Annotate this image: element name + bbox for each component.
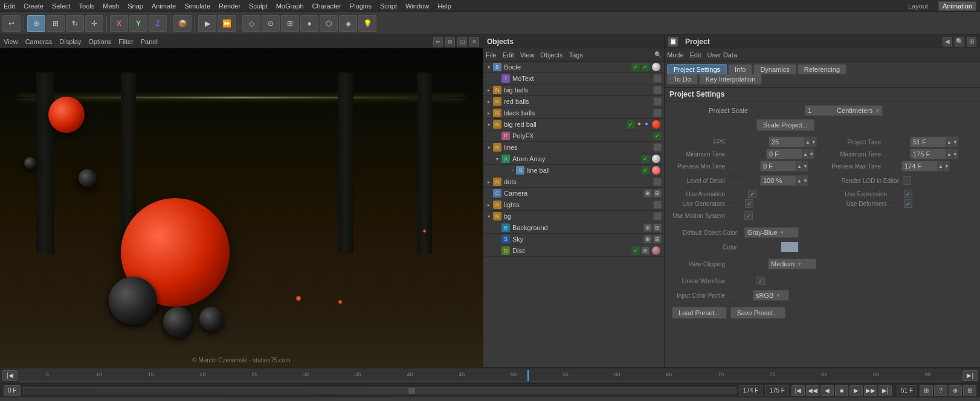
attr-value-preview-max[interactable]: 174 F	[901, 161, 938, 172]
attr-spin-down-preview-min[interactable]: ▼	[802, 161, 808, 172]
obj-expand-atom-array[interactable]: ▾	[494, 156, 500, 162]
obj-check-background-2[interactable]: ⊞	[653, 223, 662, 232]
viewport-menu-options[interactable]: Options	[88, 38, 111, 45]
viewport-menu-panel[interactable]: Panel	[141, 38, 158, 45]
obj-check-big-balls[interactable]	[653, 86, 662, 94]
attr-spin-up-lod[interactable]: ▲	[796, 175, 802, 186]
attr-tab-project-settings[interactable]: Project Settings	[667, 64, 727, 74]
pb-btn-play[interactable]: ▶	[849, 385, 863, 396]
attr-spin-up-min-time[interactable]: ▲	[802, 149, 808, 159]
attr-spin-up-project-time[interactable]: ▲	[946, 136, 952, 147]
pb-btn-prev-frame[interactable]: ◀◀	[806, 385, 819, 396]
obj-row-lights[interactable]: ▸ N lights	[483, 199, 664, 211]
toolbar-playback[interactable]: ⏩	[218, 15, 236, 32]
viewport-menu-view[interactable]: View	[4, 38, 18, 45]
obj-expand-sky[interactable]	[494, 236, 500, 242]
attr-value-project-time[interactable]: 51 F	[910, 136, 946, 147]
obj-menu-edit[interactable]: Edit	[503, 51, 514, 59]
attr-spin-down-lod[interactable]: ▼	[802, 175, 808, 186]
obj-expand-big-red-ball[interactable]: ▾	[486, 121, 492, 127]
obj-menu-file[interactable]: File	[486, 51, 497, 59]
attr-spin-up-preview-min[interactable]: ▲	[796, 161, 802, 172]
attr-tab-dynamics[interactable]: Dynamics	[753, 64, 796, 74]
obj-check-big-red-ball-vis[interactable]: ✓	[627, 120, 635, 129]
toolbar-scale-tool[interactable]: ⊞	[47, 15, 65, 32]
obj-menu-objects[interactable]: Objects	[540, 51, 563, 59]
obj-row-red-balls[interactable]: ▸ N red balls	[483, 96, 664, 107]
menu-create[interactable]: Create	[24, 2, 44, 10]
status-icon-3[interactable]: ⊕	[949, 385, 962, 396]
obj-row-lines[interactable]: ▾ N lines	[483, 142, 664, 153]
attr-spin-up-fps[interactable]: ▲	[805, 136, 811, 147]
obj-check-sky-2[interactable]: ⊞	[653, 235, 662, 243]
attr-checkbox-use-deformers[interactable]: ✓	[904, 199, 912, 208]
obj-expand-black-balls[interactable]: ▸	[486, 110, 492, 116]
attr-value-lod[interactable]: 100 %	[760, 175, 796, 186]
attr-checkbox-use-generators[interactable]: ✓	[745, 199, 753, 208]
viewport-ctrl-1[interactable]: ⇔	[433, 37, 443, 47]
attr-checkbox-use-expression[interactable]: ✓	[904, 190, 912, 198]
obj-expand-boole[interactable]: ▾	[486, 64, 492, 70]
viewport-canvas[interactable]: © Marcin Czerwinski - station75.com	[0, 48, 483, 367]
menu-edit[interactable]: Edit	[4, 2, 15, 10]
obj-check-camera-2[interactable]: ⊞	[653, 189, 662, 197]
toolbar-camera[interactable]: ◈	[339, 15, 357, 32]
toolbar-move-tool[interactable]: ⊕	[27, 15, 45, 32]
obj-check-camera-1[interactable]: ⊕	[643, 189, 652, 197]
status-progress-bar[interactable]	[23, 387, 736, 394]
attr-value-max-time[interactable]: 175 F	[910, 149, 946, 159]
obj-row-dots[interactable]: ▸ N dots	[483, 176, 664, 188]
attr-dropdown-default-obj-color[interactable]: Gray-Blue ▼	[744, 227, 799, 238]
attr-mode-mode[interactable]: Mode	[667, 51, 684, 59]
pb-btn-play-reverse[interactable]: ◀	[820, 385, 834, 396]
status-frame-current[interactable]: 0 F	[4, 385, 21, 396]
viewport-ctrl-2[interactable]: ⊞	[445, 37, 455, 47]
timeline-playhead[interactable]	[527, 370, 529, 381]
attr-spin-down-preview-max[interactable]: ▼	[944, 161, 950, 172]
obj-row-big-balls[interactable]: ▸ N big balls	[483, 85, 664, 96]
menu-sculpt[interactable]: Sculpt	[249, 2, 268, 10]
viewport-ctrl-4[interactable]: ✕	[469, 37, 479, 47]
toolbar-play[interactable]: ▶	[198, 15, 216, 32]
obj-check-background-1[interactable]: ⊕	[643, 223, 652, 232]
attr-value-fps[interactable]: 25	[769, 136, 805, 147]
obj-check-boole-render[interactable]: ✓	[641, 63, 650, 71]
menu-animate[interactable]: Animate	[152, 2, 176, 10]
obj-check-red-balls[interactable]	[653, 97, 662, 106]
viewport-menu-cameras[interactable]: Cameras	[25, 38, 53, 45]
menu-tools[interactable]: Tools	[79, 2, 95, 10]
obj-expand-disc[interactable]	[494, 248, 500, 254]
obj-row-polyfx[interactable]: P PolyFX ✓	[483, 130, 664, 142]
obj-check-bg[interactable]	[653, 212, 662, 220]
obj-row-background[interactable]: B Background ⊕ ⊞	[483, 222, 664, 234]
menu-character[interactable]: Character	[312, 2, 341, 10]
menu-mesh[interactable]: Mesh	[103, 2, 119, 10]
pb-btn-begin[interactable]: |◀	[791, 385, 805, 396]
attr-collapse-btn[interactable]: ◀	[943, 37, 952, 47]
obj-row-motext[interactable]: T MoText	[483, 73, 664, 85]
attr-spin-down-project-time[interactable]: ▼	[952, 136, 958, 147]
attr-spin-down-fps[interactable]: ▼	[811, 136, 817, 147]
toolbar-perspective[interactable]: ◇	[242, 15, 260, 32]
obj-row-disc[interactable]: D Disc ✓ ⊕	[483, 245, 664, 257]
attr-value-min-time[interactable]: 0 F	[766, 149, 802, 159]
toolbar-snap-btn[interactable]: ⊙	[262, 15, 280, 32]
attr-spin-down-min-time[interactable]: ▼	[808, 149, 814, 159]
obj-row-boole[interactable]: ▾ B Boole ✓ ✓	[483, 62, 664, 73]
attr-mode-userdata[interactable]: User Data	[708, 51, 738, 59]
attr-value-preview-min[interactable]: 0 F	[760, 161, 796, 172]
menu-window[interactable]: Window	[405, 2, 429, 10]
attr-btn-scale-project[interactable]: Scale Project...	[756, 119, 814, 131]
obj-expand-bg[interactable]: ▾	[486, 213, 492, 219]
obj-check-lights[interactable]	[653, 200, 662, 209]
timeline-ruler[interactable]: 5 10 15 20 25 30 35 40 45 50 55 60 65 70…	[19, 370, 962, 382]
obj-row-sky[interactable]: S Sky ⊕ ⊞	[483, 234, 664, 245]
menu-script[interactable]: Script	[380, 2, 397, 10]
obj-check-sky-1[interactable]: ⊕	[643, 235, 652, 243]
attr-btn-save-preset[interactable]: Save Preset...	[730, 307, 785, 319]
obj-row-line-ball[interactable]: └ S line ball ✓	[483, 165, 664, 176]
obj-expand-polyfx[interactable]	[494, 133, 500, 139]
attr-tab2-key-interp[interactable]: Key Interpolation	[699, 74, 762, 85]
toolbar-axis-y[interactable]: Y	[129, 15, 147, 32]
obj-search-icon[interactable]: 🔍	[654, 51, 662, 58]
